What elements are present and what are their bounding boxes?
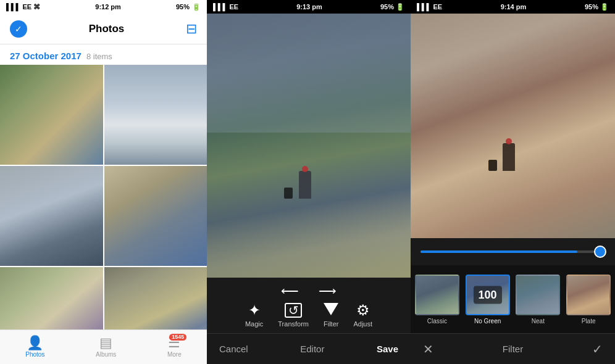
filter-thumb-classic (415, 275, 459, 315)
filter-slider-area (411, 238, 615, 265)
adjust-label: Adjust (353, 320, 372, 328)
filter-classic[interactable]: Classic (413, 275, 461, 325)
filter-title: Filter (503, 344, 523, 354)
page-title: Photos (89, 23, 125, 35)
filter-tool[interactable]: Filter (324, 303, 338, 328)
undo-redo-controls: ⟵ ⟶ (281, 283, 337, 298)
filter-icon[interactable]: ⊟ (186, 21, 197, 37)
filter-classic-label: Classic (427, 318, 447, 325)
tab-more[interactable]: ☰ 1545 More (167, 336, 182, 358)
person-icon: 👤 (27, 336, 43, 350)
person-figure (299, 171, 311, 199)
photo-cell-6[interactable] (104, 267, 207, 329)
filter-neat[interactable]: Neat (514, 275, 563, 325)
status-bar-3: ▌▌▌ EE 9:14 pm 95% 🔋 (411, 0, 615, 14)
editor-label: Editor (300, 344, 324, 354)
tab-more-label: More (167, 351, 182, 358)
battery-area-3: 95% 🔋 (585, 3, 609, 11)
magic-label: Magic (245, 320, 263, 328)
save-button[interactable]: Save (377, 344, 398, 354)
slider-track[interactable] (420, 250, 605, 253)
photo-cell-3[interactable] (0, 166, 103, 266)
slider-thumb[interactable] (594, 246, 606, 258)
filtered-dog-figure (488, 160, 497, 171)
filter-bottom-bar: ✕ Filter ✓ (411, 333, 615, 364)
filter-cancel-button[interactable]: ✕ (423, 342, 433, 357)
photo-cell-5[interactable] (0, 267, 103, 329)
photos-panel: ▌▌▌ EE ⌘ 9:12 pm 95% 🔋 ✓ Photos ⊟ 27 Oct… (0, 0, 207, 364)
tab-albums-label: Albums (96, 351, 116, 358)
filter-strip: Classic 100 No Green Neat Plate (411, 265, 615, 333)
filter-thumb-nogreen: 100 (466, 275, 510, 315)
nav-bar: ✓ Photos ⊟ (0, 14, 207, 44)
time-2: 9:13 pm (296, 3, 322, 10)
filter-nogreen-label: No Green (474, 318, 501, 325)
transform-label: Transform (278, 320, 309, 328)
signal-bars-1: ▌▌▌ (6, 3, 20, 10)
wifi-icon-1: ⌘ (33, 3, 40, 10)
magic-icon: ✦ (248, 303, 261, 318)
more-icon: ☰ 1545 (168, 336, 180, 350)
filter-thumb-plate (566, 275, 611, 315)
filter-thumb-neat (516, 275, 560, 315)
time-3: 9:14 pm (501, 3, 527, 10)
transform-tool[interactable]: ↺ Transform (278, 303, 309, 328)
photo-grid (0, 65, 207, 329)
filter-plate-label: Plate (582, 318, 596, 325)
editor-bottom-bar: Cancel Editor Save (207, 333, 411, 364)
editor-photo-main (207, 14, 411, 278)
tab-photos-label: Photos (25, 351, 44, 358)
carrier-signal-3: ▌▌▌ EE (417, 3, 442, 10)
battery-area-2: 95% 🔋 (380, 3, 404, 11)
filter-icon-tool (324, 303, 338, 315)
adjust-tool[interactable]: ⚙ Adjust (353, 303, 372, 328)
editor-panel: ▌▌▌ EE 9:13 pm 95% 🔋 ⟵ ⟶ ✦ Magic ↺ Trans… (207, 0, 411, 364)
dog-figure (284, 188, 293, 199)
tab-bar: 👤 Photos ▤ Albums ☰ 1545 More (0, 329, 207, 364)
transform-icon: ↺ (285, 303, 302, 318)
tool-buttons: ✦ Magic ↺ Transform Filter ⚙ Adjust (245, 303, 372, 328)
filter-panel: ▌▌▌ EE 9:14 pm 95% 🔋 Classic 100 No Gree… (411, 0, 615, 364)
more-badge: 1545 (169, 334, 186, 341)
section-count: 8 items (86, 52, 112, 61)
status-bar-1: ▌▌▌ EE ⌘ 9:12 pm 95% 🔋 (0, 0, 207, 14)
carrier-signal-1: ▌▌▌ EE ⌘ (6, 3, 40, 11)
photo-cell-4[interactable] (104, 166, 207, 266)
redo-button[interactable]: ⟶ (319, 283, 337, 298)
battery-icon-1: 🔋 (192, 3, 201, 11)
filter-neat-label: Neat (532, 318, 545, 325)
tab-photos[interactable]: 👤 Photos (25, 336, 44, 358)
battery-area-1: 95% 🔋 (176, 3, 201, 11)
tab-albums[interactable]: ▤ Albums (96, 336, 116, 358)
undo-button[interactable]: ⟵ (281, 283, 299, 298)
filter-nogreen[interactable]: 100 No Green (464, 275, 512, 325)
photo-cell-1[interactable] (0, 65, 103, 165)
section-date: 27 October 2017 (10, 51, 82, 61)
battery-1: 95% (176, 3, 190, 10)
editor-tools: ⟵ ⟶ ✦ Magic ↺ Transform Filter ⚙ Adjust (207, 278, 411, 333)
cancel-button[interactable]: Cancel (219, 344, 248, 354)
albums-icon: ▤ (99, 336, 112, 350)
filter-plate[interactable]: Plate (564, 275, 613, 325)
filter-label-tool: Filter (324, 320, 338, 328)
status-bar-2: ▌▌▌ EE 9:13 pm 95% 🔋 (207, 0, 411, 14)
section-header: 27 October 2017 8 items (0, 44, 207, 65)
magic-tool[interactable]: ✦ Magic (245, 303, 263, 328)
adjust-icon: ⚙ (356, 303, 370, 318)
filter-photo (411, 14, 615, 238)
filter-confirm-button[interactable]: ✓ (592, 342, 603, 357)
carrier-signal-2: ▌▌▌ EE (213, 3, 238, 10)
filter-value: 100 (474, 286, 502, 304)
slider-fill (420, 250, 577, 253)
checkmark-button[interactable]: ✓ (10, 20, 27, 38)
time-1: 9:12 pm (95, 3, 121, 10)
photo-cell-2[interactable] (104, 65, 207, 165)
filtered-person-figure (503, 143, 515, 171)
